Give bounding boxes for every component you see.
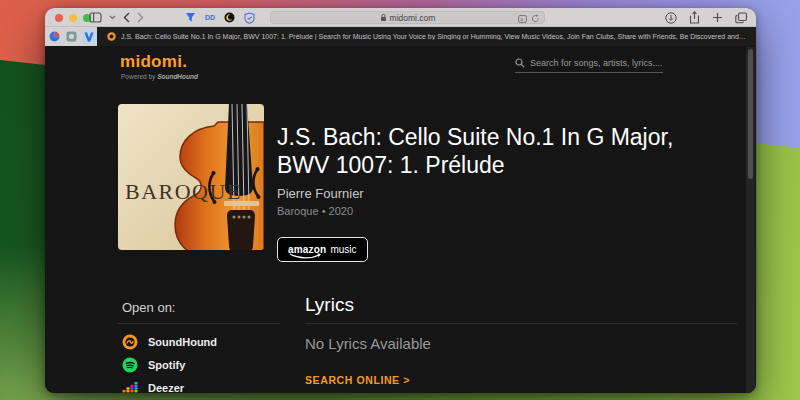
midomi-page: midomi. Powered by SoundHound	[45, 47, 756, 393]
funnel-extension-icon[interactable]	[185, 12, 196, 23]
powered-by-line: Powered by SoundHound	[121, 73, 198, 80]
open-on-divider	[118, 323, 280, 324]
lyrics-divider	[305, 323, 737, 324]
page-settings-icon[interactable]: a	[518, 15, 527, 23]
spotify-icon	[122, 357, 138, 373]
nav-controls	[89, 8, 144, 27]
no-lyrics-status: No Lyrics Available	[305, 335, 431, 352]
sidebar-chevron-down-icon[interactable]	[109, 15, 116, 20]
album-art: BAROQUE	[118, 104, 264, 250]
scrollbar-thumb[interactable]	[748, 49, 753, 179]
site-search[interactable]	[515, 54, 663, 73]
soundhound-label: SoundHound	[148, 336, 217, 348]
share-icon[interactable]	[689, 11, 700, 24]
dark-mode-extension-icon[interactable]	[224, 12, 235, 23]
browser-toolbar: DD midomi.com a	[45, 8, 756, 27]
new-tab-icon[interactable]	[712, 12, 723, 23]
music-label: music	[330, 244, 356, 255]
svg-text:a: a	[520, 15, 523, 21]
search-input[interactable]	[530, 58, 663, 68]
powered-by-prefix: Powered by	[121, 73, 155, 80]
close-window-button[interactable]	[55, 14, 63, 22]
open-on-heading: Open on:	[122, 300, 176, 315]
back-button[interactable]	[123, 12, 130, 23]
track-album-year: Baroque • 2020	[277, 205, 353, 217]
minimize-window-button[interactable]	[69, 14, 77, 22]
powered-by-brand: SoundHound	[157, 73, 198, 80]
open-on-deezer[interactable]: Deezer	[122, 380, 184, 393]
track-artist: Pierre Fournier	[277, 186, 364, 201]
extension-icons: DD	[185, 8, 255, 27]
lock-icon	[380, 13, 387, 22]
pinned-tabs	[45, 27, 97, 46]
deezer-label: Deezer	[148, 382, 184, 393]
tab-strip: J.S. Bach: Cello Suite No.1 In G Major, …	[45, 27, 756, 46]
pinned-tab-1[interactable]	[48, 29, 61, 44]
url-text: midomi.com	[390, 13, 436, 23]
open-on-spotify[interactable]: Spotify	[122, 357, 185, 373]
active-tab[interactable]: J.S. Bach: Cello Suite No.1 In G Major, …	[97, 27, 756, 46]
lyrics-heading: Lyrics	[305, 294, 354, 316]
search-icon	[515, 58, 525, 68]
album-art-text: BAROQUE	[125, 179, 242, 204]
open-on-soundhound[interactable]: SoundHound	[122, 334, 217, 350]
safari-window: DD midomi.com a	[45, 8, 756, 393]
sidebar-toggle-icon[interactable]	[89, 12, 102, 23]
tab-overview-icon[interactable]	[735, 12, 748, 24]
toolbar-actions	[665, 8, 748, 27]
deezer-icon	[122, 380, 138, 393]
reload-icon[interactable]	[531, 14, 540, 23]
amazon-wordmark: amazon	[288, 244, 326, 255]
downloads-icon[interactable]	[665, 12, 677, 24]
track-title: J.S. Bach: Cello Suite No.1 In G Major, …	[277, 123, 732, 179]
pinned-tab-2[interactable]	[65, 29, 78, 44]
address-bar[interactable]: midomi.com a	[270, 11, 545, 24]
amazon-smile-icon	[289, 253, 323, 259]
pinned-tab-3-active[interactable]	[82, 29, 97, 44]
shield-extension-icon[interactable]	[244, 12, 255, 24]
page-scrollbar[interactable]	[746, 47, 755, 393]
tab-title: J.S. Bach: Cello Suite No.1 In G Major, …	[121, 33, 746, 40]
amazon-music-button[interactable]: amazon music	[277, 237, 368, 262]
midomi-favicon	[107, 32, 116, 41]
search-online-link[interactable]: SEARCH ONLINE >	[305, 374, 410, 386]
forward-button[interactable]	[137, 12, 144, 23]
midomi-logo[interactable]: midomi.	[120, 52, 187, 72]
traffic-lights	[55, 8, 91, 27]
dd-extension-icon[interactable]: DD	[205, 14, 215, 21]
desktop-wallpaper: DD midomi.com a	[0, 0, 800, 400]
spotify-label: Spotify	[148, 359, 185, 371]
soundhound-icon	[122, 334, 138, 350]
